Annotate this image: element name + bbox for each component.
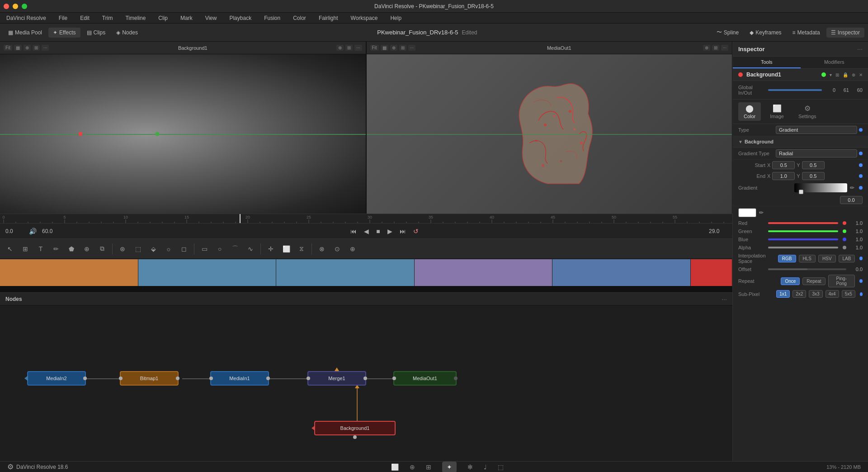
tab-modifiers[interactable]: Modifiers: [801, 57, 868, 68]
tool-ellipse[interactable]: ○: [213, 243, 226, 255]
node-input-port[interactable]: [119, 377, 123, 380]
tool-planar[interactable]: ⬜: [280, 243, 292, 255]
menu-playback[interactable]: Playback: [226, 14, 254, 22]
right-rctrl3[interactable]: ···: [721, 45, 728, 51]
nodes-menu-button[interactable]: ···: [722, 296, 727, 303]
minimize-button[interactable]: [13, 4, 18, 9]
menu-fairlight[interactable]: Fairlight: [316, 14, 341, 22]
tool-bspline[interactable]: ∿: [244, 243, 257, 255]
node-bitmap1[interactable]: Bitmap1: [120, 371, 179, 386]
prop-tab-color[interactable]: ⬤ Color: [738, 102, 761, 121]
right-rctrl1[interactable]: ⊕: [703, 45, 710, 51]
prev-frame-button[interactable]: ◀: [362, 227, 371, 236]
subpixel-2x2-button[interactable]: 2x2: [793, 290, 806, 298]
clips-button[interactable]: ▤ Clips: [82, 28, 110, 38]
node-expand-button[interactable]: ▾: [830, 72, 832, 77]
node-mediain1-input-port[interactable]: [209, 377, 213, 380]
bottom-icon-2[interactable]: ⊕: [410, 463, 415, 471]
node-mediaout1[interactable]: MediaOut1: [393, 371, 457, 386]
node-mediain2[interactable]: MediaIn2: [27, 371, 86, 386]
offset-slider[interactable]: [768, 268, 846, 270]
repeat-repeat-button[interactable]: Repeat: [802, 277, 825, 285]
left-view-btn3[interactable]: ⊞: [33, 45, 40, 51]
skip-back-button[interactable]: ⏮: [349, 227, 359, 236]
tool-paint[interactable]: ⊕: [80, 243, 93, 255]
tool-erase[interactable]: ◻: [178, 243, 190, 255]
skip-fwd-button[interactable]: ⏭: [398, 227, 408, 236]
start-y-input[interactable]: [802, 161, 825, 169]
interp-lab-button[interactable]: LAB: [839, 255, 855, 262]
menu-color[interactable]: Color: [290, 14, 309, 22]
prop-tab-image[interactable]: ⬜ Image: [764, 102, 789, 121]
prop-tab-settings[interactable]: ⚙ Settings: [793, 102, 822, 121]
tool-3d[interactable]: ⧖: [295, 243, 308, 255]
right-fit-dropdown[interactable]: Fit: [370, 45, 379, 51]
tool-extra[interactable]: ⊕: [346, 243, 359, 255]
inspector-button[interactable]: ☰ Inspector: [826, 28, 864, 38]
tool-transform[interactable]: ⊞: [19, 243, 32, 255]
bottom-icon-5[interactable]: ♩: [484, 463, 487, 471]
left-fit-dropdown[interactable]: Fit: [4, 45, 12, 51]
bottom-icon-1[interactable]: ⬜: [391, 463, 399, 471]
menu-view[interactable]: View: [203, 14, 220, 22]
tool-magnet[interactable]: ⊗: [316, 243, 328, 255]
tool-merge[interactable]: ⊙: [331, 243, 344, 255]
start-x-input[interactable]: [772, 161, 795, 169]
menu-timeline[interactable]: Timeline: [123, 14, 148, 22]
left-rctrl3[interactable]: ···: [354, 45, 362, 51]
menu-fusion[interactable]: Fusion: [261, 14, 283, 22]
menu-clip[interactable]: Clip: [156, 14, 170, 22]
node-settings-btn2[interactable]: 🔒: [843, 72, 848, 77]
playhead[interactable]: [240, 214, 241, 223]
node-active-dot[interactable]: [821, 72, 826, 77]
right-view-btn2[interactable]: ⊕: [390, 45, 397, 51]
node-settings-btn1[interactable]: ⊞: [835, 72, 839, 77]
color-swatch[interactable]: [738, 208, 756, 217]
tool-brightness[interactable]: ☼: [162, 243, 175, 255]
node-bg1-bottom-port[interactable]: [353, 435, 357, 439]
menu-help[interactable]: Help: [387, 14, 404, 22]
effects-button[interactable]: ✦ Effects: [48, 28, 80, 38]
tool-pen[interactable]: ✏: [50, 243, 62, 255]
bottom-nav-active[interactable]: ✦: [442, 462, 457, 472]
blue-slider[interactable]: [768, 238, 838, 240]
node-mediaout1-input-port[interactable]: [392, 377, 396, 380]
close-button[interactable]: [4, 4, 9, 9]
media-pool-button[interactable]: ▦ Media Pool: [4, 28, 47, 38]
color-picker-icon[interactable]: ✏: [759, 210, 764, 216]
global-inout-bar[interactable]: [768, 89, 822, 91]
tool-text[interactable]: T: [34, 243, 47, 255]
right-viewer-right-controls[interactable]: ⊕ ⊞ ···: [703, 45, 728, 51]
spline-button[interactable]: 〜 Spline: [712, 27, 743, 38]
gradient-type-dot[interactable]: [859, 152, 863, 155]
menu-trim[interactable]: Trim: [99, 14, 116, 22]
type-dropdown[interactable]: Gradient Solid: [776, 126, 857, 134]
background-section-header[interactable]: ▼ Background: [733, 136, 868, 148]
end-keyframe-dot[interactable]: [859, 174, 863, 178]
gradient-pencil-icon[interactable]: ✏: [850, 185, 854, 191]
subpixel-4x4-button[interactable]: 4x4: [826, 290, 839, 298]
subpixel-3x3-button[interactable]: 3x3: [809, 290, 822, 298]
left-rctrl2[interactable]: ⊞: [345, 45, 353, 51]
tab-tools[interactable]: Tools: [733, 57, 801, 68]
alpha-slider[interactable]: [768, 247, 838, 248]
left-viewer-canvas[interactable]: [0, 54, 366, 214]
inspector-menu-button[interactable]: ···: [857, 45, 863, 52]
bottom-icon-4[interactable]: ✻: [467, 463, 473, 471]
end-x-input[interactable]: [772, 172, 795, 180]
subpixel-5x5-button[interactable]: 5x5: [842, 290, 855, 298]
play-button[interactable]: ▶: [386, 227, 394, 236]
node-mediain1-output-port[interactable]: [266, 377, 270, 380]
right-view-dots[interactable]: ···: [408, 45, 415, 51]
menu-davinci[interactable]: DaVinci Resolve: [4, 14, 49, 22]
left-view-btn2[interactable]: ⊕: [24, 45, 31, 51]
subpixel-1x1-button[interactable]: 1x1: [776, 290, 790, 298]
stop-button[interactable]: ■: [374, 227, 382, 236]
right-view-btn1[interactable]: ▦: [381, 45, 388, 51]
tool-rect[interactable]: ▭: [198, 243, 211, 255]
gradient-bar[interactable]: [794, 183, 848, 192]
gradient-keyframe-dot[interactable]: [859, 186, 863, 190]
interp-hls-button[interactable]: HLS: [799, 255, 816, 262]
interp-keyframe-dot[interactable]: [859, 257, 863, 260]
repeat-once-button[interactable]: Once: [781, 277, 800, 285]
